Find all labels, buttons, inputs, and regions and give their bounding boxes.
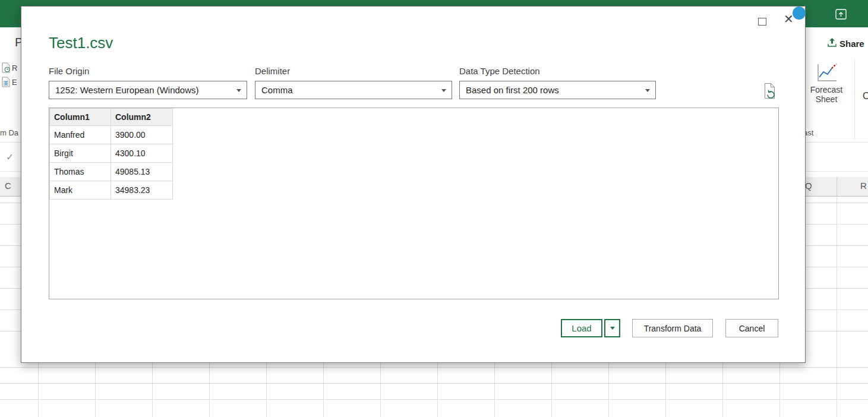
- column-header-q[interactable]: Q: [805, 181, 812, 191]
- file-origin-label: File Origin: [49, 66, 89, 76]
- file-origin-dropdown[interactable]: 1252: Western European (Windows): [49, 81, 247, 99]
- preview-table: Column1 Column2 Manfred 3900.00 Birgit 4…: [49, 108, 173, 200]
- csv-import-dialog: Test1.csv ✕ File Origin 1252: Western Eu…: [21, 6, 806, 363]
- grid-column-line: [837, 197, 837, 364]
- table-cell: 4300.10: [111, 144, 173, 163]
- forecast-sheet-label-line1: Forecast: [808, 85, 845, 94]
- cancel-button-label: Cancel: [739, 324, 765, 333]
- load-button[interactable]: Load: [561, 319, 602, 337]
- chevron-down-icon: [236, 89, 241, 92]
- data-type-detection-value: Based on first 200 rows: [466, 85, 559, 95]
- table-header-row: Column1 Column2: [50, 109, 173, 126]
- table-cell: Manfred: [50, 126, 111, 144]
- existing-connections-label-fragment[interactable]: E: [12, 78, 17, 87]
- chevron-down-icon: [610, 327, 615, 330]
- load-split-arrow-button[interactable]: [604, 319, 620, 337]
- existing-connections-icon[interactable]: [1, 77, 11, 90]
- recent-sources-icon[interactable]: [1, 62, 11, 75]
- ribbon-group-separator: [854, 59, 855, 140]
- column2-header[interactable]: Column2: [111, 109, 173, 126]
- table-row: Thomas 49085.13: [50, 163, 173, 181]
- data-type-detection-dropdown[interactable]: Based on first 200 rows: [459, 81, 656, 99]
- share-icon: [827, 37, 837, 49]
- forecast-sheet-button[interactable]: Forecast Sheet: [808, 63, 845, 104]
- transform-data-button[interactable]: Transform Data: [632, 319, 713, 337]
- excel-window: P R E m Da ✓ Share: [0, 0, 868, 417]
- column-header-c[interactable]: C: [5, 181, 11, 191]
- table-cell: 34983.23: [111, 181, 173, 200]
- worksheet-grid-bottom[interactable]: [0, 364, 868, 417]
- column-header-divider: [837, 177, 837, 196]
- cancel-button[interactable]: Cancel: [725, 319, 778, 337]
- delimiter-label: Delimiter: [255, 66, 290, 76]
- forecast-sheet-label-line2: Sheet: [808, 94, 845, 104]
- table-row: Mark 34983.23: [50, 181, 173, 200]
- ribbon-display-options-icon[interactable]: [835, 9, 847, 20]
- close-icon[interactable]: ✕: [784, 13, 794, 25]
- refresh-preview-icon[interactable]: [763, 83, 777, 99]
- formula-bar-checkmark-icon[interactable]: ✓: [6, 151, 14, 163]
- column-header-r[interactable]: R: [860, 181, 867, 191]
- data-type-detection-label: Data Type Detection: [459, 66, 540, 76]
- ribbon-button-fragment-right[interactable]: C: [863, 91, 868, 102]
- load-button-label: Load: [572, 323, 591, 333]
- recent-sources-label-fragment[interactable]: R: [12, 64, 17, 72]
- table-row: Manfred 3900.00: [50, 126, 173, 144]
- data-preview-pane: Column1 Column2 Manfred 3900.00 Birgit 4…: [49, 108, 779, 299]
- column1-header[interactable]: Column1: [50, 109, 111, 126]
- ribbon-group-label-fragment-left: m Da: [0, 128, 18, 137]
- delimiter-dropdown[interactable]: Comma: [255, 81, 452, 99]
- maximize-icon[interactable]: [758, 18, 766, 26]
- table-cell: Birgit: [50, 144, 111, 163]
- table-cell: Thomas: [50, 163, 111, 181]
- chevron-down-icon: [645, 89, 650, 92]
- account-avatar[interactable]: [793, 7, 806, 20]
- share-label: Share: [839, 39, 864, 49]
- table-cell: 3900.00: [111, 126, 173, 144]
- forecast-sheet-icon: [815, 75, 838, 85]
- table-cell: 49085.13: [111, 163, 173, 181]
- table-row: Birgit 4300.10: [50, 144, 173, 163]
- delimiter-value: Comma: [261, 85, 293, 95]
- share-button[interactable]: Share: [827, 37, 864, 49]
- chevron-down-icon: [441, 89, 446, 92]
- transform-data-label: Transform Data: [644, 324, 702, 333]
- dialog-title: Test1.csv: [49, 34, 113, 52]
- file-origin-value: 1252: Western European (Windows): [55, 85, 199, 95]
- table-cell: Mark: [50, 181, 111, 200]
